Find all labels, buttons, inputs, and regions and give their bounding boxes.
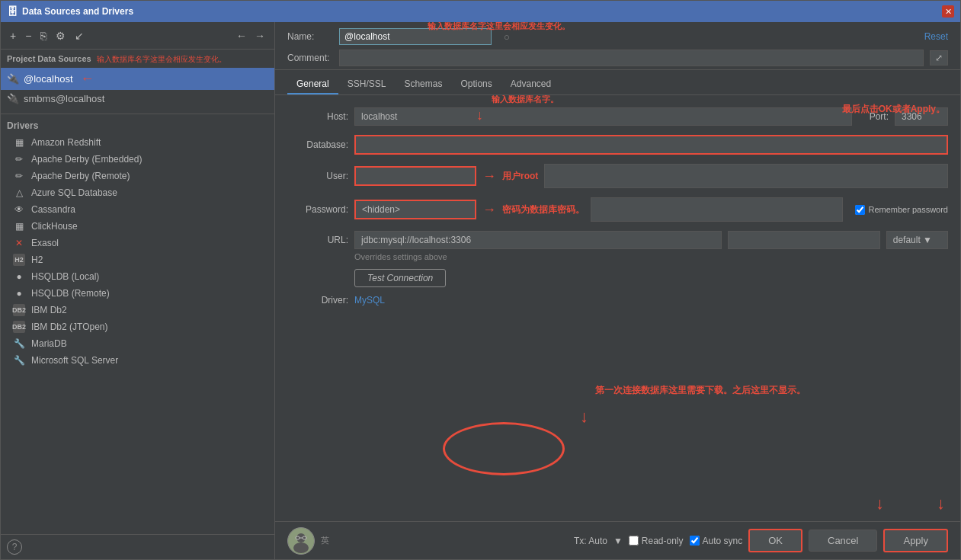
host-input[interactable]	[354, 107, 852, 126]
remember-password-checkbox[interactable]	[855, 205, 865, 215]
user-input-right	[544, 164, 948, 188]
driver-label-azure: Azure SQL Database	[31, 187, 117, 198]
driver-apache-derby-embedded[interactable]: ✏ Apache Derby (Embedded)	[1, 151, 274, 168]
svg-point-2	[293, 542, 309, 553]
avatar-label: 英	[321, 535, 329, 546]
driver-label-ibm-db2-jt: IBM Db2 (JTOpen)	[31, 322, 107, 332]
driver-ibm-db2-jtopen[interactable]: DB2 IBM Db2 (JTOpen)	[1, 318, 274, 335]
name-input[interactable]	[339, 28, 492, 45]
driver-h2[interactable]: H2 H2	[1, 251, 274, 268]
comment-row: Comment: ⤢	[287, 50, 948, 66]
driver-icon-amazon: ▦	[13, 136, 25, 149]
tree-icon-smbms: 🔌	[7, 93, 19, 104]
url-extra-input[interactable]	[728, 231, 880, 249]
driver-icon-ibm-db2-jt: DB2	[13, 321, 25, 333]
url-dropdown-arrow: ▼	[923, 235, 932, 245]
nav-arrows: ← →	[233, 28, 268, 43]
readonly-label: Read-only	[629, 536, 684, 546]
export-button[interactable]: ↙	[72, 28, 87, 43]
tree-item-smbms[interactable]: 🔌 smbms@localhost	[1, 90, 274, 107]
driver-label-mariadb: MariaDB	[31, 338, 67, 349]
arrow-user: →	[482, 168, 496, 184]
driver-hsqldb-local[interactable]: ● HSQLDB (Local)	[1, 268, 274, 285]
driver-link[interactable]: MySQL	[354, 295, 385, 306]
remember-password-area: Remember password	[855, 205, 948, 215]
tree-item-smbms-label: smbms@localhost	[24, 93, 104, 104]
driver-icon-cassandra: 👁	[13, 203, 25, 216]
apply-button[interactable]: Apply	[883, 529, 948, 552]
database-label: Database:	[287, 139, 348, 150]
driver-amazon-redshift[interactable]: ▦ Amazon Redshift	[1, 134, 274, 151]
drivers-header: Drivers	[1, 114, 274, 134]
bottom-left: 英	[287, 527, 329, 555]
driver-apache-derby-remote[interactable]: ✏ Apache Derby (Remote)	[1, 168, 274, 184]
autosync-checkbox[interactable]	[690, 536, 700, 546]
tab-sshssl[interactable]: SSH/SSL	[338, 75, 396, 94]
copy-button[interactable]: ⎘	[37, 28, 50, 43]
settings-button[interactable]: ⚙	[53, 28, 69, 43]
window-title: Data Sources and Drivers	[22, 6, 133, 17]
driver-hsqldb-remote[interactable]: ● HSQLDB (Remote)	[1, 285, 274, 302]
cancel-button[interactable]: Cancel	[809, 530, 877, 552]
host-input-area: 输入数据库名字。 ↓	[354, 107, 852, 126]
arrow-annotation: ←	[81, 71, 94, 87]
ok-button[interactable]: OK	[748, 529, 802, 552]
nav-forward-button[interactable]: →	[251, 28, 268, 43]
driver-ibm-db2[interactable]: DB2 IBM Db2	[1, 302, 274, 318]
tree-item-localhost[interactable]: 🔌 @localhost ←	[1, 68, 274, 90]
tx-dropdown-arrow[interactable]: ▼	[613, 536, 623, 546]
password-input-right	[591, 197, 843, 222]
url-dropdown-value: default	[893, 235, 921, 245]
driver-clickhouse[interactable]: ▦ ClickHouse	[1, 218, 274, 235]
close-button[interactable]: ✕	[942, 5, 954, 18]
driver-row: Driver: MySQL	[287, 295, 948, 306]
driver-mssql[interactable]: 🔧 Microsoft SQL Server	[1, 352, 274, 369]
driver-label-h2: H2	[31, 254, 43, 265]
url-dropdown[interactable]: default ▼	[886, 231, 948, 249]
window-icon: 🗄	[7, 5, 18, 18]
add-button[interactable]: +	[7, 28, 19, 43]
user-input[interactable]	[354, 166, 476, 186]
comment-input[interactable]	[339, 50, 924, 66]
driver-mariadb[interactable]: 🔧 MariaDB	[1, 335, 274, 352]
tab-general[interactable]: General	[287, 75, 338, 94]
annotation-user: 用户root	[502, 170, 538, 183]
name-circle-icon: ○	[504, 31, 510, 43]
readonly-text: Read-only	[642, 536, 684, 546]
driver-exasol[interactable]: ✕ Exasol	[1, 235, 274, 251]
password-input[interactable]	[354, 200, 476, 219]
driver-cassandra[interactable]: 👁 Cassandra	[1, 201, 274, 218]
annotation-final-text: 最后点击OK或者Apply。	[842, 104, 945, 114]
nav-back-button[interactable]: ←	[233, 28, 250, 43]
driver-icon-hsqldb-local: ●	[13, 270, 25, 283]
bottom-right: Tx: Auto ▼ Read-only Auto sync OK Cancel…	[574, 529, 948, 552]
driver-icon-exasol: ✕	[13, 237, 25, 249]
left-panel: + − ⎘ ⚙ ↙ ← → Project Data Sources 输入数据库…	[1, 22, 275, 559]
remove-button[interactable]: −	[22, 28, 34, 43]
title-bar: 🗄 Data Sources and Drivers ✕	[1, 1, 960, 22]
title-bar-left: 🗄 Data Sources and Drivers	[7, 5, 133, 18]
help-button[interactable]: ?	[7, 539, 22, 555]
autosync-label: Auto sync	[690, 536, 743, 546]
tab-advanced[interactable]: Advanced	[501, 75, 560, 94]
test-connection-button[interactable]: Test Connection	[354, 269, 446, 287]
comment-expand-button[interactable]: ⤢	[930, 50, 948, 66]
tab-schemas[interactable]: Schemas	[395, 75, 451, 94]
tab-options[interactable]: Options	[451, 75, 501, 94]
reset-button[interactable]: Reset	[924, 31, 948, 42]
autosync-text: Auto sync	[703, 536, 743, 546]
password-input-area: → 密码为数据库密码。	[354, 197, 843, 222]
driver-label-clickhouse: ClickHouse	[31, 221, 78, 232]
tabs-bar: General SSH/SSL Schemas Options Advanced	[275, 70, 960, 95]
driver-azure-sql[interactable]: △ Azure SQL Database	[1, 184, 274, 201]
tx-label: Tx: Auto	[574, 536, 607, 546]
database-input[interactable]	[354, 135, 948, 155]
url-input[interactable]	[354, 231, 722, 249]
annotation-host: 输入数据库名字。	[492, 95, 559, 105]
name-label: Name:	[287, 31, 333, 42]
readonly-checkbox[interactable]	[629, 536, 639, 546]
driver-label-ibm-db2: IBM Db2	[31, 305, 67, 315]
driver-label-hsqldb-local: HSQLDB (Local)	[31, 271, 99, 282]
right-header: Name: ○ Reset Comment: ⤢	[275, 22, 960, 70]
driver-label-mssql: Microsoft SQL Server	[31, 355, 118, 366]
